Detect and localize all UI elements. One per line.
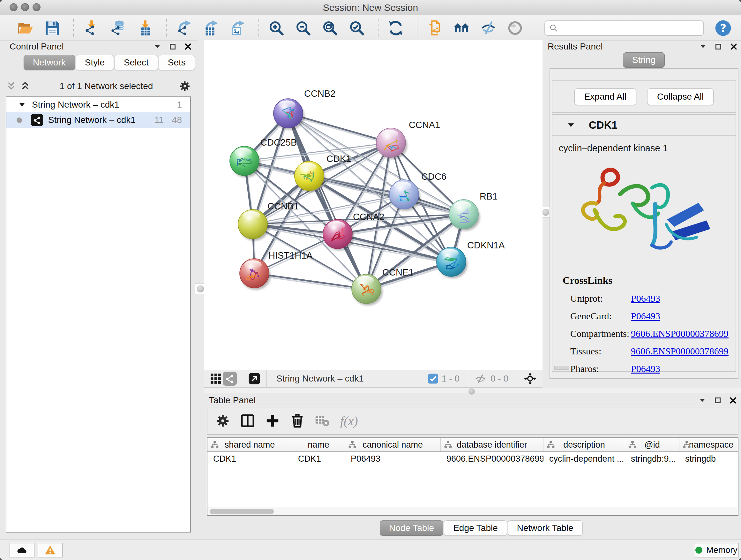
right-splitter[interactable] [542, 40, 549, 388]
column-header--id[interactable]: @id [625, 438, 679, 451]
node-label-RB1: RB1 [480, 191, 497, 201]
save-session-button[interactable] [44, 19, 61, 37]
string-home-button[interactable] [453, 19, 470, 37]
import-network-button[interactable] [82, 19, 100, 37]
column-header-description[interactable]: description [543, 438, 625, 451]
node-label-CCNE1: CCNE1 [382, 267, 414, 277]
expand-all-button[interactable]: Expand All [575, 88, 636, 105]
tab-style[interactable]: Style [76, 55, 114, 70]
hide-unhide-button[interactable] [479, 19, 497, 37]
table-tabs: Node TableEdge TableNetwork Table [380, 520, 583, 536]
column-header-database-identifier[interactable]: database identifier [441, 438, 543, 451]
gene-expander-icon[interactable] [566, 121, 576, 130]
warnings-button[interactable] [38, 543, 63, 557]
table-row[interactable]: CDK1CDK1P064939606.ENSP00000378699cyclin… [207, 452, 738, 465]
control-panel-collapse-icon[interactable] [153, 43, 161, 51]
results-button-row: Expand All Collapse All [552, 80, 736, 113]
network-edge-count: 48 [172, 115, 182, 125]
tab-string[interactable]: String [623, 52, 665, 68]
cloud-status-button[interactable] [10, 543, 35, 557]
export-image-icon [229, 20, 246, 36]
import-table-button[interactable] [136, 19, 154, 37]
export-network-button[interactable] [175, 19, 193, 37]
left-splitter[interactable] [197, 40, 204, 388]
toolbar-separator [73, 19, 74, 37]
tab-select[interactable]: Select [115, 55, 158, 70]
export-image-button[interactable] [228, 19, 246, 37]
crosslink-value-link[interactable]: 9606.ENSP00000378699 [631, 328, 729, 339]
control-panel-close-icon[interactable] [184, 43, 192, 51]
zoom-fit-button[interactable] [321, 19, 339, 37]
table-panel-float-icon[interactable] [714, 396, 722, 405]
tab-sets[interactable]: Sets [158, 55, 195, 70]
gray-eye-button[interactable] [506, 19, 524, 37]
search-box[interactable] [544, 20, 704, 36]
crosslink-value-link[interactable]: P06493 [631, 293, 660, 304]
network-icon [31, 114, 43, 126]
table-options-gear-icon[interactable] [214, 412, 232, 430]
crosslinks-list: Uniprot:P06493GeneCard:P06493Compartment… [552, 293, 736, 374]
network-row-selected[interactable]: String Network – cdk1 11 48 [6, 112, 190, 128]
tab-node-table[interactable]: Node Table [380, 520, 443, 536]
results-panel-float-icon[interactable] [714, 43, 723, 51]
export-table-button[interactable] [202, 19, 219, 37]
crosslink-value-link[interactable]: P06493 [631, 311, 660, 321]
node-label-CDK1: CDK1 [327, 153, 351, 164]
table-panel-collapse-icon[interactable] [698, 396, 706, 405]
hidden-indicator-icon[interactable] [473, 372, 487, 386]
expand-all-tree-icon[interactable] [6, 81, 17, 91]
column-header-namespace[interactable]: namespace [679, 438, 738, 451]
zoom-out-icon [295, 20, 311, 36]
zoom-out-button[interactable] [294, 19, 312, 37]
crosslink-value-link[interactable]: P06493 [631, 363, 660, 374]
fit-selected-crosshair-icon[interactable] [522, 371, 538, 387]
table-cell: 9606.ENSP00000378699 [441, 454, 543, 464]
zoom-selected-button[interactable] [348, 19, 366, 37]
network-canvas[interactable]: CCNB2CCNA1CDC25BCDK1CDC6RB1CCNB1CCNA2CDK… [204, 40, 542, 370]
results-panel-collapse-icon[interactable] [699, 43, 707, 51]
collection-count: 1 [177, 100, 182, 110]
crosslink-value-link[interactable]: 9606.ENSP00000378699 [631, 346, 729, 357]
title-bar: Session: New Session [0, 0, 741, 15]
network-graph[interactable]: CCNB2CCNA1CDC25BCDK1CDC6RB1CCNB1CCNA2CDK… [204, 40, 542, 370]
horizontal-splitter-handle[interactable] [468, 388, 475, 395]
selected-indicator-checkbox[interactable] [428, 373, 439, 384]
column-type-icon [547, 441, 555, 449]
delete-column-icon[interactable] [288, 412, 307, 430]
collapse-all-tree-icon[interactable] [20, 81, 30, 91]
search-input[interactable] [558, 22, 699, 35]
network-collection-row[interactable]: String Network – cdk1 1 [6, 97, 190, 112]
gene-name: CDK1 [589, 119, 617, 131]
table-scrollbar-thumb[interactable] [210, 509, 274, 514]
gene-card-header[interactable]: CDK1 [552, 115, 736, 136]
open-session-button[interactable] [17, 19, 35, 37]
zoom-in-button[interactable] [267, 19, 285, 37]
add-column-icon[interactable] [264, 412, 281, 430]
column-header-name[interactable]: name [292, 438, 345, 451]
show-columns-icon[interactable] [239, 412, 257, 430]
help-button[interactable]: ? [715, 20, 731, 37]
memory-button[interactable]: Memory [694, 543, 739, 557]
gene-card-scrollbar[interactable] [554, 366, 569, 370]
results-panel-close-icon[interactable] [730, 43, 738, 51]
table-panel-close-icon[interactable] [729, 396, 737, 405]
network-type-icon[interactable] [223, 372, 237, 386]
refresh-button[interactable] [387, 19, 405, 37]
birds-eye-view-icon[interactable] [209, 372, 223, 386]
search-icon [549, 23, 558, 33]
collection-expander-icon[interactable] [18, 101, 26, 109]
tab-network[interactable]: Network [23, 55, 75, 70]
table-scrollbar[interactable] [207, 507, 738, 515]
tab-edge-table[interactable]: Edge Table [444, 520, 507, 536]
tab-network-table[interactable]: Network Table [508, 520, 583, 536]
column-header-shared-name[interactable]: shared name [207, 438, 292, 451]
control-panel-float-icon[interactable] [169, 43, 177, 51]
horizontal-splitter[interactable] [204, 388, 741, 393]
import-database-button[interactable] [109, 19, 127, 37]
share-document-button[interactable] [426, 19, 444, 37]
collapse-all-button[interactable]: Collapse All [647, 88, 714, 105]
detach-view-icon[interactable] [247, 372, 261, 386]
column-header-canonical-name[interactable]: canonical name [345, 438, 441, 451]
node-label-CDC25B: CDC25B [260, 137, 297, 147]
network-options-gear-icon[interactable] [179, 80, 191, 92]
